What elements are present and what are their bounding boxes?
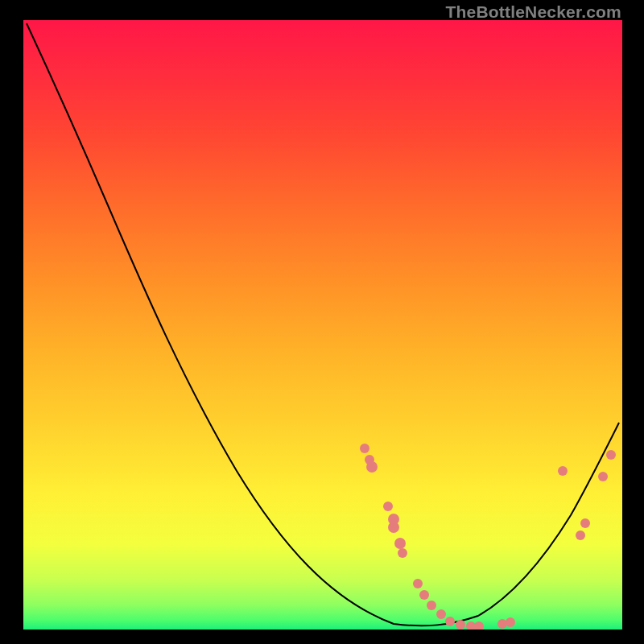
data-dot	[506, 617, 515, 627]
data-dot	[394, 538, 406, 549]
data-dot	[388, 522, 399, 533]
data-dot	[497, 619, 507, 629]
data-dot	[558, 466, 568, 476]
data-dot	[580, 518, 590, 528]
data-dot	[413, 579, 423, 588]
data-dot	[419, 590, 429, 600]
bottleneck-chart	[23, 20, 622, 630]
data-dot	[398, 548, 407, 558]
data-dot	[606, 450, 616, 460]
data-dot	[366, 461, 378, 473]
data-dot	[360, 444, 369, 453]
data-dot	[576, 530, 585, 540]
watermark-text: TheBottleNecker.com	[445, 2, 621, 22]
data-dot	[436, 609, 446, 619]
data-dot	[598, 472, 608, 481]
gradient-background	[23, 20, 622, 630]
data-dot	[456, 620, 465, 630]
data-dot	[427, 601, 436, 610]
data-dot	[383, 502, 393, 511]
data-dot	[445, 617, 455, 626]
